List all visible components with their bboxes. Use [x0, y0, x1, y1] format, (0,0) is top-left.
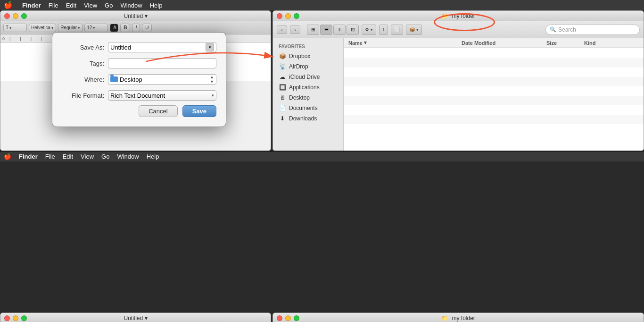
apple-menu-bottom[interactable]: 🍎 [4, 153, 11, 160]
apple-menu-top[interactable]: 🍎 [4, 1, 13, 9]
sidebar-desktop-top[interactable]: 🖥 Desktop [273, 93, 343, 103]
menu-view-bottom[interactable]: View [81, 153, 94, 160]
font-style-label: Regular [60, 25, 77, 30]
sidebar-applications-top[interactable]: 🔲 Applications [273, 82, 343, 93]
close-btn-bottom[interactable] [4, 315, 10, 321]
minimize-btn-top[interactable] [13, 13, 18, 19]
menu-help-bottom[interactable]: Help [147, 153, 159, 160]
col-size-top[interactable]: Size [546, 40, 584, 46]
search-box-top[interactable]: 🔍 Search [545, 25, 640, 35]
format-label-top: File Format: [62, 92, 104, 99]
menu-finder-bottom[interactable]: Finder [19, 153, 38, 160]
sidebar-favorites-label-top: Favorites [273, 42, 343, 51]
italic-btn-top[interactable]: I [132, 24, 140, 32]
menu-file-bottom[interactable]: File [45, 153, 55, 160]
share-btn-top[interactable]: ↑ [379, 25, 388, 35]
action-btn-top[interactable]: ⚙ ▾ [362, 25, 376, 35]
font-style-chevron: ▾ [78, 25, 80, 30]
finder-traffic-lights-bottom [277, 315, 299, 321]
finder-max-bottom[interactable] [294, 315, 299, 321]
tags-input-top[interactable] [108, 58, 216, 68]
table-row [344, 115, 644, 124]
underline-btn-top[interactable]: U [142, 24, 152, 32]
format-select-top[interactable]: Rich Text Document ▾ [108, 90, 216, 101]
font-family-btn-top[interactable]: Helvetica ▾ [29, 24, 56, 32]
tags-label-top: Tags: [62, 60, 104, 67]
save-button-top[interactable]: Save [182, 105, 216, 117]
menu-go-top[interactable]: Go [105, 2, 113, 9]
finder-close-bottom[interactable] [277, 315, 282, 321]
bold-btn-top[interactable]: B [120, 24, 130, 32]
font-size-num-top[interactable]: 12 ▾ [84, 24, 108, 32]
sidebar-downloads-top[interactable]: ⬇ Downloads [273, 113, 343, 124]
font-size-btn-top[interactable]: T ▾ [3, 24, 27, 32]
col-name-top[interactable]: Name ▾ [344, 40, 462, 46]
finder-traffic-lights-top [277, 13, 299, 19]
font-size-label: T [6, 25, 8, 30]
menu-edit-bottom[interactable]: Edit [63, 153, 73, 160]
traffic-lights-top [4, 13, 27, 19]
view-buttons-top: ⊞ ☰ ⫴ ⊡ [307, 25, 359, 35]
finder-close-top[interactable] [277, 13, 282, 19]
maximize-btn-top[interactable] [21, 13, 27, 19]
forward-btn-top[interactable]: › [290, 25, 300, 34]
tags-btn-top[interactable]: ⬜ [391, 25, 403, 35]
airdrop-icon-top: 📡 [279, 63, 286, 70]
font-family-label: Helvetica [31, 25, 50, 30]
dropbox-btn-top[interactable]: 📦 ▾ [406, 25, 422, 35]
maximize-btn-bottom[interactable] [21, 315, 27, 321]
sidebar-icloud-top[interactable]: ☁ iCloud Drive [273, 72, 343, 82]
table-row [344, 58, 644, 68]
cancel-button-top[interactable]: Cancel [139, 105, 177, 117]
where-folder-icon-top [110, 76, 118, 82]
color-btn-top[interactable]: A [110, 24, 118, 32]
sidebar-dropbox-top[interactable]: 📦 Dropbox [273, 51, 343, 61]
font-size-num-label: 12 [87, 25, 92, 30]
close-btn-top[interactable] [4, 13, 10, 19]
table-row [344, 49, 644, 58]
cover-view-top[interactable]: ⊡ [347, 25, 359, 35]
applications-label-top: Applications [289, 84, 320, 91]
finder-window-top: 📁 my folder ‹ › ⊞ ☰ ⫴ ⊡ ⚙ ▾ ↑ ⬜ [272, 10, 644, 151]
menu-edit-top[interactable]: Edit [66, 2, 76, 9]
font-family-chevron: ▾ [51, 25, 54, 30]
menu-bar-bottom: 🍎 Finder File Edit View Go Window Help [0, 151, 644, 161]
sidebar-airdrop-top[interactable]: 📡 AirDrop [273, 61, 343, 72]
finder-window-bottom: 📁 my folder ‹ › ⊞ ☰ ⫴ ⊡ ⚙ ▾ ↑ ⬜ [272, 313, 644, 322]
finder-min-top[interactable] [285, 13, 291, 19]
list-view-top[interactable]: ☰ [320, 25, 332, 35]
finder-min-bottom[interactable] [285, 315, 291, 321]
documents-label-top: Documents [289, 105, 318, 111]
finder-column-headers-top: Name ▾ Date Modified Size Kind [344, 38, 644, 48]
col-kind-label-top: Kind [584, 40, 595, 46]
col-kind-top[interactable]: Kind [584, 40, 644, 46]
finder-main-top: Name ▾ Date Modified Size Kind [344, 38, 644, 151]
dropbox-icon-top: 📦 [279, 52, 286, 60]
menu-finder-top[interactable]: Finder [22, 2, 41, 9]
menu-view-top[interactable]: View [84, 2, 97, 9]
applications-icon-top: 🔲 [279, 84, 286, 91]
save-as-dropdown-top[interactable]: ▾ [206, 43, 214, 51]
icon-view-top[interactable]: ⊞ [307, 25, 319, 35]
bottom-half: 🍎 Finder File Edit View Go Window Help U… [0, 151, 644, 322]
menu-window-top[interactable]: Window [120, 2, 142, 9]
col-date-top[interactable]: Date Modified [462, 40, 546, 46]
where-stepper-top[interactable]: ▲▼ [210, 75, 214, 84]
finder-max-top[interactable] [294, 13, 299, 19]
menu-help-top[interactable]: Help [150, 2, 163, 9]
menu-go-bottom[interactable]: Go [101, 153, 109, 160]
where-select-top[interactable]: Desktop ▲▼ [108, 74, 216, 85]
sidebar-documents-top[interactable]: 📄 Documents [273, 103, 343, 113]
save-as-input-top[interactable]: Untitled ▾ [108, 42, 216, 52]
menu-file-top[interactable]: File [49, 2, 58, 9]
back-btn-top[interactable]: ‹ [277, 25, 287, 34]
table-row [344, 96, 644, 105]
column-view-top[interactable]: ⫴ [333, 25, 346, 35]
desktop-label-top: Desktop [289, 94, 310, 101]
menu-window-bottom[interactable]: Window [117, 153, 139, 160]
minimize-btn-bottom[interactable] [13, 315, 18, 321]
traffic-lights-bottom [4, 315, 27, 321]
table-row [344, 77, 644, 86]
font-style-btn-top[interactable]: Regular ▾ [58, 24, 83, 32]
font-size-num-chevron: ▾ [93, 25, 95, 30]
